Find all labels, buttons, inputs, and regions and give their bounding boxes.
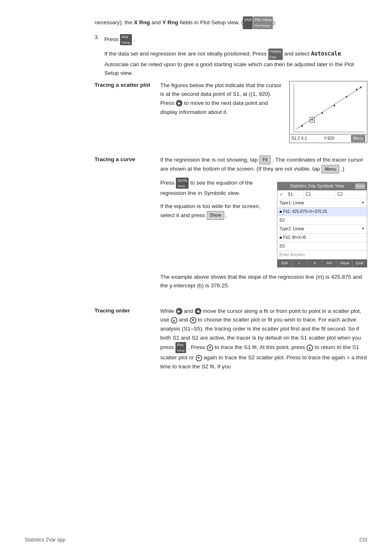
up-btn-2: ▲ [307, 345, 313, 351]
sym-btn4[interactable]: Fit+ [323, 259, 338, 267]
sym-type1-text: Type1: Linear [279, 201, 304, 205]
views-key: ≡ViewsCopy [268, 49, 283, 60]
sym-type2: Type2: Linear ▼ [277, 225, 367, 234]
tracing-curve-section: Tracing a curve If the regression line i… [95, 155, 367, 294]
step-3: 3. Press PlotSetup . If the data set and… [95, 34, 367, 78]
sym-row-s1: ✓ S1: C1 C2 [277, 190, 367, 199]
shift-plotsetup-badge: ShiftPlot SetupPlot Setup [243, 16, 273, 29]
plot-display [289, 81, 367, 134]
sym-dropdown2: ▼ [361, 226, 365, 231]
statusbar-mid: Y:920 [324, 135, 334, 142]
sym-c2: C2 [335, 190, 367, 199]
to-text6: . Press [188, 344, 205, 350]
tc-text3: .) [341, 166, 344, 172]
to-text2: and [184, 308, 193, 314]
step-num-3: 3. [95, 34, 102, 40]
sym-title: Statistics 2Var Symbolic View [279, 183, 355, 190]
plotsetup-key-2: PlotSetup [175, 342, 186, 353]
sym-c1: C1 [304, 190, 335, 199]
page: necessary), the X Rng and Y Rng fields i… [0, 0, 392, 555]
sym-dropdown1: ▼ [361, 200, 365, 206]
sym-fit1: ■ Fit1: 425.875×X+376.25 [277, 208, 367, 216]
tracing-scatter-section: Tracing a scatter plot The figures below… [95, 81, 367, 143]
footer-left: Statistics 2Var app [25, 537, 65, 543]
sym-enter-text: Enter function [279, 252, 305, 257]
down-btn: ▼ [190, 317, 196, 324]
sym-fit1-text: ■ Fit1: 425.875×X+376.25 [279, 209, 327, 214]
content-area: necessary), the X Rng and Y Rng fields i… [95, 16, 367, 375]
tracing-curve-p1: If the regression line is not showing, t… [160, 155, 367, 173]
tc-text1: If the regression line is not showing, t… [160, 157, 258, 163]
scatter-plot-container: S1:2 X:1 Y:920 Menu [289, 81, 367, 143]
press-text: Press [160, 180, 175, 186]
sym-fit2-text: ■ Fit2: M×X+B [279, 235, 306, 240]
sym-btn5[interactable]: Show [337, 259, 353, 267]
to-text1: While [160, 308, 174, 314]
right-arrow-btn: ▶ [176, 100, 182, 106]
tracing-scatter-content: The figures below the plot indicate that… [160, 81, 367, 143]
sym-check-s1: ✓ [277, 191, 286, 198]
sym-btn3[interactable]: X [307, 259, 323, 267]
fit-btn: Fit [259, 155, 271, 164]
trace-again: to trace the again = [302, 354, 350, 361]
autoscale-text1: If the data set and regression line are … [104, 51, 267, 57]
footer-right: 233 [359, 537, 367, 543]
step3-press: Press [104, 36, 119, 42]
to-text9: again to trace the S2 scatter plot. Pres… [203, 354, 300, 361]
step-3-content: Press PlotSetup . If the data set and re… [104, 34, 367, 78]
left-btn-1: ◀ [195, 308, 201, 314]
xrng-label: X Rng [134, 19, 150, 25]
right-btn-1: ▶ [176, 308, 182, 314]
tracing-order-label-text: Tracing order [95, 308, 130, 314]
press-symbolic: Press SymbSetup to see the equation of t… [160, 178, 270, 198]
tracing-curve-label: Tracing a curve [95, 155, 160, 164]
svg-point-6 [334, 105, 335, 106]
intro-text2: and [150, 19, 162, 25]
menu-btn: Menu [351, 135, 365, 142]
plotsetup-key-badge: PlotSetup [120, 34, 132, 45]
menu-btn2: Menu [321, 165, 339, 174]
autoscale-paragraph: If the data set and regression line are … [104, 49, 367, 77]
sym-header: Statistics 2Var Symbolic View RAD [277, 182, 367, 190]
tracing-order-para: While ▶ and ◀ move the cursor along a fi… [160, 307, 367, 371]
sym-btn1[interactable]: Edit [277, 259, 293, 267]
sym-s1-label: S1: [286, 190, 304, 199]
symbolic-text: Press SymbSetup to see the equation of t… [160, 178, 270, 224]
intro-text4: ). [273, 19, 276, 25]
scatter-row: The figures below the plot indicate that… [160, 81, 367, 143]
to-text7: to trace the S1 fit. At this point, pres… [214, 344, 305, 350]
sym-s2: S2: [277, 216, 367, 225]
sym-enter: Enter function [277, 251, 367, 259]
show-btn: Show [207, 211, 225, 220]
intro-text1: necessary), the [95, 19, 134, 25]
intro-text3: fields in Plot Setup view. ( [178, 19, 243, 25]
sym-s3-text: S3: [279, 244, 286, 248]
tracing-order-content: While ▶ and ◀ move the cursor along a fi… [160, 307, 367, 375]
plot-statusbar: S1:2 X:1 Y:920 Menu [289, 134, 367, 143]
yrng-label: Y Rng [162, 19, 178, 25]
tracing-curve-content: If the regression line is not showing, t… [160, 155, 367, 294]
symbolic-row: Press SymbSetup to see the equation of t… [160, 178, 367, 267]
shift-key: Shift [243, 16, 253, 29]
down-btn-2: ▼ [207, 345, 213, 351]
symbolic-panel: Statistics 2Var Symbolic View RAD ✓ S1: … [277, 182, 367, 267]
intro-paragraph: necessary), the X Rng and Y Rng fields i… [95, 16, 367, 29]
up-btn: ▲ [171, 317, 178, 324]
tracing-scatter-label-text: Tracing a scatter plot [95, 82, 150, 88]
plotsetup-key: Plot SetupPlot Setup [253, 16, 273, 29]
autoscale-mono: Autoscale [311, 51, 341, 57]
example-text-content: The example above shows that the slope o… [160, 274, 362, 289]
sym-mode: RAD [355, 183, 365, 189]
statusbar-left: S1:2 X:1 [291, 135, 307, 142]
symb-key-badge: SymbSetup [176, 178, 189, 189]
down-btn-3: ▼ [196, 355, 202, 361]
footer-bar: Statistics 2Var app 233 [0, 537, 392, 543]
sym-s3: S3: [277, 242, 367, 251]
sym-btn6[interactable]: Eval [353, 259, 367, 267]
step3-text2: . [134, 36, 135, 42]
plot-svg [290, 81, 367, 134]
tracing-curve-label-text: Tracing a curve [95, 156, 135, 162]
sym-fit2: ■ Fit2: M×X+B [277, 234, 367, 242]
sym-btn2[interactable]: ✓ [293, 259, 308, 267]
symbolic-panel-container: Statistics 2Var Symbolic View RAD ✓ S1: … [277, 178, 367, 267]
